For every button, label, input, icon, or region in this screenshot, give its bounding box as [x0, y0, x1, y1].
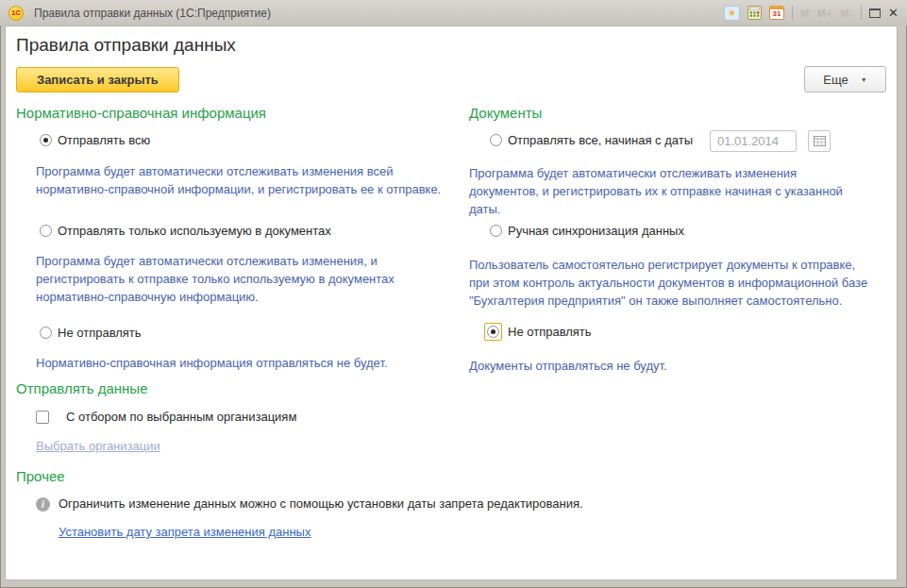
checkbox-label: С отбором по выбранным организациям	[66, 410, 296, 424]
favorites-icon[interactable]: ★	[724, 6, 740, 21]
radio-nsi-send-all[interactable]: Отправлять всю	[40, 133, 150, 147]
hint-nsi-send-all: Программа будет автоматически отслеживат…	[36, 162, 441, 198]
memory-m-button[interactable]: M	[800, 8, 810, 19]
calendar-grid-icon	[814, 136, 826, 146]
info-icon: i	[36, 497, 50, 512]
radio-label: Отправлять только используемую в докумен…	[58, 224, 331, 238]
close-button[interactable]: ✕	[888, 6, 899, 20]
select-organizations-link[interactable]: Выбрать организации	[36, 439, 160, 453]
hint-docs-send-none: Документы отправляться не будут.	[469, 357, 667, 375]
radio-unselected-icon	[490, 225, 502, 237]
set-restriction-date-link[interactable]: Установить дату запрета изменения данных	[59, 525, 311, 539]
titlebar-separator	[792, 6, 793, 20]
save-close-button[interactable]: Записать и закрыть	[16, 67, 179, 92]
window-titlebar: 1С Правила отправки данных (1С:Предприят…	[0, 0, 907, 25]
app-window: { "window": { "logo_text": "1С", "title"…	[0, 0, 907, 588]
radio-selected-icon	[40, 134, 52, 146]
calculator-icon[interactable]	[747, 6, 762, 20]
more-button-label: Еще	[823, 73, 848, 87]
hint-nsi-send-used: Программа будет автоматически отслеживат…	[36, 252, 395, 306]
section-nsi-title: Нормативно-справочная информация	[16, 105, 266, 121]
more-button[interactable]: Еще ▼	[804, 66, 886, 92]
titlebar-separator	[861, 6, 862, 20]
1c-logo-icon: 1С	[8, 6, 24, 21]
radio-unselected-icon	[40, 225, 52, 237]
section-documents-title: Документы	[469, 105, 542, 121]
hint-nsi-send-none: Нормативно-справочная информация отправл…	[36, 354, 388, 372]
radio-docs-send-from-date[interactable]: Отправлять все, начиная с даты	[490, 133, 693, 147]
chevron-down-icon: ▼	[861, 76, 867, 83]
hint-docs-manual-sync: Пользователь самостоятельно регистрирует…	[469, 256, 867, 310]
radio-unselected-icon	[40, 327, 52, 339]
titlebar-controls: ★ 31 M M+ M- ✕	[724, 6, 899, 21]
section-send-data-title: Отправлять данные	[16, 380, 147, 396]
restriction-info-text: Ограничить изменение данных можно с помо…	[59, 496, 583, 511]
radio-nsi-send-used[interactable]: Отправлять только используемую в докумен…	[40, 224, 331, 238]
radio-nsi-send-none[interactable]: Не отправлять	[40, 326, 142, 340]
page-title: Правила отправки данных	[16, 35, 236, 56]
memory-m-minus-button[interactable]: M-	[840, 8, 853, 19]
hint-docs-send-from-date: Программа будет автоматически отслеживат…	[469, 164, 843, 218]
restriction-info-row: i Ограничить изменение данных можно с по…	[36, 496, 583, 512]
radio-label: Не отправлять	[508, 325, 592, 339]
calendar-icon[interactable]: 31	[769, 6, 784, 20]
radio-label: Отправлять все, начиная с даты	[508, 133, 693, 147]
date-picker-button[interactable]	[808, 130, 831, 152]
form-content: Правила отправки данных Записать и закры…	[5, 25, 898, 580]
maximize-button[interactable]	[869, 8, 881, 18]
focus-outline	[484, 323, 502, 341]
radio-label: Отправлять всю	[58, 133, 150, 147]
checkbox-unchecked-icon	[36, 411, 49, 424]
radio-selected-icon	[487, 326, 499, 338]
section-other-title: Прочее	[16, 468, 65, 484]
radio-label: Не отправлять	[58, 326, 142, 340]
radio-unselected-icon	[490, 134, 502, 146]
radio-docs-send-none[interactable]: Не отправлять	[484, 323, 592, 341]
checkbox-filter-by-orgs[interactable]: С отбором по выбранным организациям	[36, 410, 296, 424]
memory-m-plus-button[interactable]: M+	[817, 8, 833, 19]
start-date-input[interactable]	[710, 130, 797, 152]
maximize-icon	[869, 8, 881, 18]
window-title: Правила отправки данных (1С:Предприятие)	[34, 7, 271, 20]
radio-label: Ручная синхронизация данных	[508, 224, 684, 238]
radio-docs-manual-sync[interactable]: Ручная синхронизация данных	[490, 224, 684, 238]
